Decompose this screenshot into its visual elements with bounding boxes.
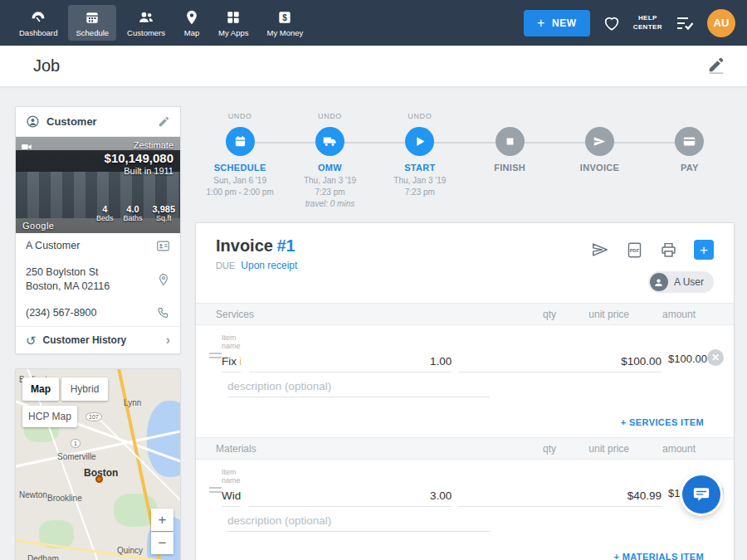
customer-name-row: A Customer (16, 233, 180, 260)
undo-start-button[interactable]: UNDO (408, 112, 432, 124)
map-card: Burlington Lynn Somerville Boston Newton… (15, 368, 181, 560)
contact-card-icon[interactable] (156, 239, 170, 253)
step-start-button[interactable] (405, 127, 434, 156)
qty-column-header: qty (498, 309, 556, 320)
nav-label: My Money (266, 28, 303, 37)
drag-handle-icon[interactable] (209, 350, 222, 373)
print-icon[interactable] (660, 241, 677, 259)
address-line2: Boston, MA 02116 (26, 280, 110, 292)
add-invoice-item-button[interactable]: + (694, 240, 714, 260)
plus-icon: + (537, 16, 545, 31)
undo-schedule-button[interactable]: UNDO (228, 112, 252, 124)
top-nav: Dashboard Schedule Customers Map My Apps… (0, 0, 747, 46)
step-label: PAY (681, 163, 699, 173)
assignee-avatar (650, 273, 668, 291)
materials-section-header: Materials qty unit price amount (196, 437, 734, 460)
signature-icon[interactable] (707, 56, 725, 77)
hcp-map-button[interactable]: HCP Map (22, 406, 77, 427)
undo-omw-button[interactable]: UNDO (318, 112, 342, 124)
nav-item-my-apps[interactable]: My Apps (211, 5, 256, 41)
step-start: UNDO START Thu, Jan 3 '197:23 pm (375, 112, 465, 218)
zestimate-label: Zestimate (105, 140, 173, 150)
phone-icon[interactable] (157, 306, 170, 319)
step-schedule-button[interactable] (226, 127, 255, 156)
step-detail: Sun, Jan 6 '191:00 pm - 2:00 pm (207, 175, 274, 198)
map-pin-icon (183, 9, 200, 26)
route-shield-107: 107 (85, 412, 102, 421)
property-stats: 4Beds 4.0Baths 3,985Sq.ft (96, 204, 175, 222)
due-terms-link[interactable]: Upon receipt (241, 260, 297, 271)
service-description-row (196, 373, 734, 402)
sqft-value: 3,985 (152, 204, 175, 214)
page-header: Job (0, 46, 747, 87)
zoom-out-button[interactable]: − (151, 532, 173, 554)
zoom-in-button[interactable]: + (151, 509, 173, 531)
nav-item-map[interactable]: Map (176, 5, 208, 41)
unit-price-column-header: unit price (563, 309, 629, 320)
remove-service-item-button[interactable]: ✕ (707, 349, 724, 366)
add-materials-item-link[interactable]: + MATERIALS ITEM (613, 552, 704, 560)
hybrid-type-button[interactable]: Hybrid (61, 377, 108, 401)
send-invoice-icon[interactable] (591, 241, 609, 259)
mini-map[interactable]: Burlington Lynn Somerville Boston Newton… (16, 369, 180, 560)
property-photo[interactable]: Zestimate $10,149,080 Built in 1911 4Bed… (16, 137, 180, 233)
material-unit-price-input[interactable] (458, 485, 662, 507)
customer-history-row[interactable]: ↺ Customer History › (16, 326, 180, 353)
nav-label: My Apps (218, 28, 248, 37)
map-label-brookline: Brookline (47, 494, 82, 503)
customers-icon (138, 9, 154, 26)
customer-card-header: Customer (16, 107, 180, 137)
route-shield-1: 1 (71, 439, 81, 448)
invoice-actions: PDF + (591, 240, 714, 260)
step-schedule: UNDO SCHEDULE Sun, Jan 6 '191:00 pm - 2:… (195, 112, 285, 218)
pdf-icon[interactable]: PDF (626, 241, 643, 259)
material-item-row: Item name $122.97 ✕ (196, 460, 734, 507)
heart-icon[interactable] (603, 14, 621, 32)
google-watermark: Google (22, 221, 54, 231)
nav-item-schedule[interactable]: Schedule (68, 5, 116, 41)
material-qty-input[interactable] (249, 485, 452, 507)
help-line2: CENTER (633, 23, 662, 32)
drag-handle-icon[interactable] (209, 485, 222, 507)
location-pin-icon[interactable] (157, 273, 170, 286)
edit-pencil-icon[interactable] (158, 115, 170, 128)
checklist-icon[interactable] (675, 13, 695, 33)
service-qty-input[interactable] (249, 351, 452, 373)
step-label: START (404, 163, 435, 173)
material-item-name-input[interactable] (222, 485, 241, 507)
beds-value: 4 (96, 204, 114, 214)
service-unit-price-input[interactable] (458, 351, 662, 373)
money-icon: $ (276, 9, 293, 26)
map-type-button[interactable]: Map (22, 377, 59, 401)
user-avatar[interactable]: AU (707, 9, 735, 37)
nav-item-customers[interactable]: Customers (120, 5, 173, 41)
step-label: FINISH (494, 163, 525, 173)
new-button[interactable]: + NEW (524, 10, 590, 37)
step-finish-button[interactable] (496, 127, 525, 156)
baths-label: Baths (123, 214, 142, 222)
address-line1: 250 Boylston St (26, 266, 99, 278)
service-description-input[interactable] (227, 376, 490, 397)
svg-text:PDF: PDF (630, 247, 640, 252)
nav-item-my-money[interactable]: $ My Money (259, 5, 310, 41)
send-icon (593, 134, 607, 149)
step-omw-button[interactable] (315, 127, 344, 156)
material-description-input[interactable] (227, 510, 490, 532)
assigned-user-pill[interactable]: A User (648, 271, 714, 293)
step-invoice-button[interactable] (585, 127, 614, 156)
add-services-item-link[interactable]: + SERVICES ITEM (621, 417, 704, 427)
step-pay-button[interactable] (675, 127, 704, 156)
sidebar: Customer Zestimate $10,149,080 Built in … (15, 106, 181, 560)
step-detail: Thu, Jan 3 '197:23 pm travel: 0 mins (304, 175, 356, 210)
invoice-number[interactable]: #1 (276, 236, 295, 255)
invoice-title: Invoice (216, 236, 273, 255)
nav-item-dashboard[interactable]: Dashboard (12, 5, 65, 41)
customer-card: Customer Zestimate $10,149,080 Built in … (15, 106, 181, 354)
customer-history-label: Customer History (43, 334, 127, 346)
page-title: Job (33, 56, 60, 75)
dashboard-icon (30, 9, 46, 26)
customer-phone-row: (234) 567-8900 (16, 300, 180, 327)
chat-launcher-button[interactable] (682, 475, 720, 514)
help-center[interactable]: HELP CENTER (633, 14, 662, 32)
service-item-name-input[interactable] (222, 351, 241, 373)
